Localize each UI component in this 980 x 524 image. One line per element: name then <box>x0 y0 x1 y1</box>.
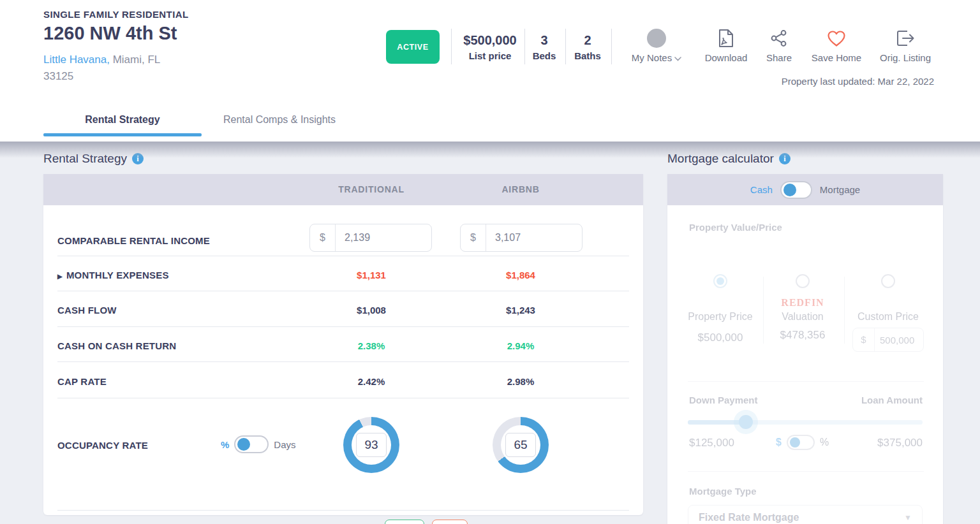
beds-label: Beds <box>526 48 563 64</box>
pdf-download-icon <box>697 27 755 50</box>
chevron-down-icon: ▼ <box>904 513 912 522</box>
loan-amount-max: $375,000 <box>877 437 923 449</box>
my-notes-button[interactable]: My Notes <box>625 27 688 63</box>
row-label-expenses[interactable]: ▶MONTHLY EXPENSES <box>57 270 169 280</box>
feedback-yes-button[interactable]: Yes <box>385 520 424 524</box>
table-header-band: TRADITIONAL AIRBNB <box>43 174 643 205</box>
option-property-price[interactable]: Property Price $500,000 <box>679 274 762 344</box>
save-home-button[interactable]: Save Home <box>806 27 867 63</box>
valuation-value: $478,356 <box>761 329 844 342</box>
mortgage-type-label: Mortgage Type <box>689 486 757 497</box>
share-button[interactable]: Share <box>761 27 797 63</box>
divider <box>451 29 452 64</box>
dollar-option[interactable]: $ <box>776 437 782 448</box>
my-notes-label: My Notes <box>632 52 672 63</box>
custom-price-input[interactable] <box>875 335 919 346</box>
main-content: Rental Strategy i TRADITIONAL AIRBNB COM… <box>0 142 980 524</box>
income-input-traditional-wrap: $ <box>309 224 432 252</box>
radio-icon[interactable] <box>796 274 810 288</box>
feedback-row: Were these estimates helpful? Yes No <box>43 511 643 524</box>
occupancy-value-airbnb: 65 <box>505 433 536 457</box>
row-label-coc: CASH ON CASH RETURN <box>57 340 176 351</box>
status-badge: ACTIVE <box>386 30 440 64</box>
row-divider <box>57 291 629 291</box>
neighborhood-link[interactable]: Little Havana, <box>43 54 110 66</box>
mortgage-title-text: Mortgage calculator <box>667 152 774 166</box>
row-label-income: COMPARABLE RENTAL INCOME <box>57 235 210 246</box>
income-input-traditional[interactable] <box>336 232 412 244</box>
cashflow-traditional: $1,008 <box>308 305 435 316</box>
property-location: Little Havana, Miami, FL <box>43 54 160 66</box>
cashflow-airbnb: $1,243 <box>457 305 584 316</box>
down-payment-slider-knob[interactable] <box>739 415 753 429</box>
feedback-no-button[interactable]: No <box>432 520 468 524</box>
cash-mortgage-toggle[interactable] <box>780 181 812 199</box>
coc-airbnb: 2.94% <box>457 340 584 351</box>
expenses-traditional: $1,131 <box>308 270 435 280</box>
custom-price-input-wrap: $ <box>852 328 924 352</box>
info-icon[interactable]: i <box>132 153 144 164</box>
mortgage-type-value: Fixed Rate Mortgage <box>699 512 799 523</box>
dp-toggle-track[interactable] <box>787 435 815 450</box>
download-label: Download <box>697 52 755 63</box>
dp-toggle-knob[interactable] <box>790 437 800 448</box>
beds-stat: 3 Beds <box>526 32 563 64</box>
property-price-label: Property Price <box>679 311 762 323</box>
save-home-label: Save Home <box>806 52 867 63</box>
option-redfin-valuation[interactable]: REDFIN Valuation $478,356 <box>761 274 844 342</box>
down-payment-slider-track[interactable] <box>688 420 923 425</box>
occupancy-toggle-track[interactable] <box>234 435 269 453</box>
property-type: SINGLE FAMILY RESIDENTIAL <box>43 9 189 20</box>
share-label: Share <box>761 52 797 63</box>
orig-listing-label: Orig. Listing <box>876 52 935 63</box>
dollar-percent-toggle[interactable]: $ % <box>776 435 829 450</box>
property-price-value: $500,000 <box>679 331 762 344</box>
occupancy-unit-toggle[interactable]: % Days <box>221 435 296 453</box>
tab-rental-strategy[interactable]: Rental Strategy <box>43 98 202 142</box>
valuation-label: Valuation <box>761 311 844 323</box>
column-airbnb: AIRBNB <box>457 174 584 205</box>
tab-rental-comps[interactable]: Rental Comps & Insights <box>212 98 347 142</box>
option-custom-price[interactable]: Custom Price $ <box>847 274 930 352</box>
occupancy-value-traditional: 93 <box>356 433 387 457</box>
list-price-stat: $500,000 List price <box>456 32 524 64</box>
percent-option[interactable]: % <box>820 437 829 448</box>
radio-icon[interactable] <box>881 274 895 288</box>
city-state: Miami, FL <box>110 54 160 66</box>
download-button[interactable]: Download <box>697 27 755 63</box>
property-header: SINGLE FAMILY RESIDENTIAL 1260 NW 4th St… <box>0 0 980 98</box>
rental-strategy-title-text: Rental Strategy <box>43 152 127 166</box>
divider <box>565 29 566 64</box>
loan-amount-label: Loan Amount <box>861 395 923 405</box>
occupancy-donut-traditional: 93 <box>343 417 399 473</box>
occupancy-toggle-knob[interactable] <box>237 438 250 451</box>
info-icon[interactable]: i <box>779 153 791 164</box>
list-price-value: $500,000 <box>456 32 524 48</box>
divider <box>524 29 525 64</box>
list-price-label: List price <box>456 48 524 64</box>
radio-selected-icon[interactable] <box>713 274 727 288</box>
coc-traditional: 2.38% <box>308 340 435 351</box>
row-label-caprate: CAP RATE <box>57 376 107 387</box>
column-traditional: TRADITIONAL <box>308 174 435 205</box>
caprate-traditional: 2.42% <box>308 376 435 387</box>
beds-value: 3 <box>526 32 563 48</box>
income-input-airbnb[interactable] <box>486 232 563 244</box>
last-updated: Property last updated: Mar 22, 2022 <box>782 76 934 87</box>
mortgage-option[interactable]: Mortgage <box>820 184 860 195</box>
percent-option[interactable]: % <box>221 439 229 450</box>
mortgage-type-dropdown[interactable]: Fixed Rate Mortgage ▼ <box>688 505 923 524</box>
orig-listing-button[interactable]: Orig. Listing <box>876 27 935 63</box>
rental-strategy-card: TRADITIONAL AIRBNB COMPARABLE RENTAL INC… <box>43 174 643 515</box>
custom-price-label: Custom Price <box>847 311 930 323</box>
cash-mortgage-knob[interactable] <box>783 184 796 196</box>
expenses-airbnb: $1,864 <box>457 270 584 280</box>
cash-option[interactable]: Cash <box>750 184 773 195</box>
chevron-down-icon <box>674 57 681 61</box>
days-option[interactable]: Days <box>274 439 295 450</box>
row-label-occupancy: OCCUPANCY RATE <box>57 440 148 451</box>
property-value-label: Property Value/Price <box>689 222 782 233</box>
dollar-prefix: $ <box>853 328 875 351</box>
income-input-airbnb-wrap: $ <box>460 224 583 252</box>
mortgage-calculator-title: Mortgage calculator i <box>667 152 791 166</box>
